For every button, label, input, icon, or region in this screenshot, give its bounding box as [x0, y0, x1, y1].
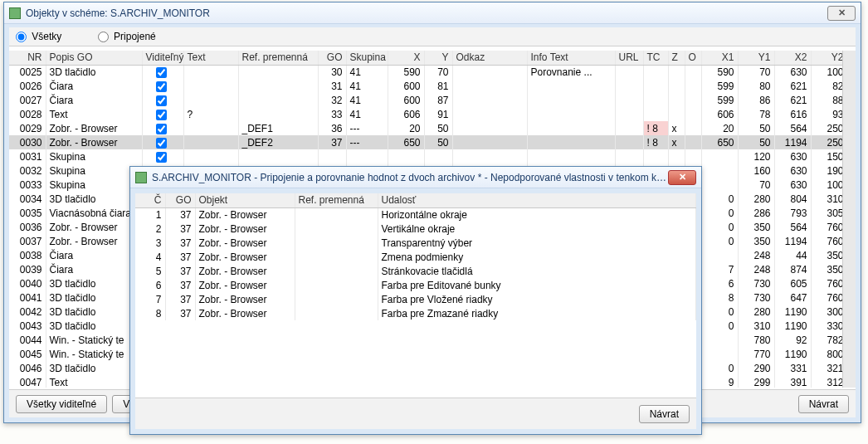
app-icon	[135, 172, 147, 183]
table-row[interactable]: 237Zobr. - BrowserVertikálne okraje	[135, 222, 696, 236]
col-header[interactable]: X2	[774, 51, 811, 65]
col-header[interactable]: Text	[183, 51, 238, 65]
col-header[interactable]: Udalosť	[378, 193, 696, 207]
col-header[interactable]: GO	[165, 193, 195, 207]
visibility-checkbox[interactable]	[156, 95, 167, 106]
table-row[interactable]: 0026Čiara3141600815998062182	[9, 79, 842, 93]
table-row[interactable]: 537Zobr. - BrowserStránkovacie tlačidlá	[135, 264, 696, 278]
col-header[interactable]: URL	[615, 51, 643, 65]
main-title: Objekty v schéme: S.ARCHIV_MONITOR	[26, 7, 827, 19]
filter-radios: Všetky Pripojené	[9, 27, 856, 46]
app-icon	[9, 7, 21, 19]
table-row[interactable]: 0031Skupina120630150	[9, 149, 842, 163]
back-button[interactable]: Návrat	[798, 395, 849, 413]
table-row[interactable]: 0030Zobr. - Browser_DEF237---65050! 8x65…	[9, 135, 842, 149]
table-row[interactable]: 637Zobr. - BrowserFarba pre Editované bu…	[135, 278, 696, 292]
col-header[interactable]: Y2	[811, 51, 842, 65]
table-row[interactable]: 337Zobr. - BrowserTransparentný výber	[135, 236, 696, 250]
table-row[interactable]: 0027Čiara3241600875998662188	[9, 93, 842, 107]
modal-window: S.ARCHIV_MONITOR - Pripojenie a porovnan…	[129, 166, 702, 435]
visibility-checkbox[interactable]	[156, 152, 167, 163]
col-header[interactable]: Popis GO	[46, 51, 142, 65]
col-header[interactable]: TC	[643, 51, 668, 65]
table-row[interactable]: 137Zobr. - BrowserHorizontálne okraje	[135, 207, 696, 222]
visibility-checkbox[interactable]	[156, 67, 167, 78]
all-visible-button[interactable]: Všetky viditeľné	[16, 395, 107, 413]
close-icon[interactable]: ✕	[827, 6, 856, 21]
table-row[interactable]: 837Zobr. - BrowserFarba pre Zmazané riad…	[135, 306, 696, 320]
col-header[interactable]: Skupina	[346, 51, 388, 65]
col-header[interactable]: O	[685, 51, 701, 65]
col-header[interactable]: X1	[701, 51, 738, 65]
modal-title: S.ARCHIV_MONITOR - Pripojenie a porovnan…	[152, 172, 668, 183]
visibility-checkbox[interactable]	[156, 110, 167, 120]
col-header[interactable]: Ref. premenná	[295, 193, 378, 207]
table-row[interactable]: 437Zobr. - BrowserZmena podmienky	[135, 250, 696, 264]
col-header[interactable]: Y1	[738, 51, 774, 65]
col-header[interactable]: Objekt	[195, 193, 295, 207]
visibility-checkbox[interactable]	[156, 124, 167, 134]
modal-content: ČGOObjektRef. premennáUdalosť 137Zobr. -…	[130, 188, 701, 434]
modal-buttons: Návrat	[135, 398, 696, 429]
col-header[interactable]: NR	[9, 51, 46, 65]
col-header[interactable]: Č	[135, 193, 165, 207]
main-titlebar[interactable]: Objekty v schéme: S.ARCHIV_MONITOR ✕	[4, 2, 861, 24]
table-row[interactable]: 737Zobr. - BrowserFarba pre Vložené riad…	[135, 292, 696, 306]
modal-grid[interactable]: ČGOObjektRef. premennáUdalosť 137Zobr. -…	[135, 193, 696, 396]
visibility-checkbox[interactable]	[156, 81, 167, 92]
modal-back-button[interactable]: Návrat	[639, 405, 690, 423]
radio-connected[interactable]: Pripojené	[98, 31, 156, 42]
col-header[interactable]: Z	[668, 51, 685, 65]
col-header[interactable]: Y	[424, 51, 452, 65]
scrollbar[interactable]	[842, 51, 856, 388]
col-header[interactable]: Odkaz	[452, 51, 527, 65]
col-header[interactable]: X	[388, 51, 424, 65]
col-header[interactable]: Info Text	[527, 51, 615, 65]
col-header[interactable]: Ref. premenná	[238, 51, 318, 65]
table-row[interactable]: 0029Zobr. - Browser_DEF136---2050! 8x205…	[9, 121, 842, 135]
modal-titlebar[interactable]: S.ARCHIV_MONITOR - Pripojenie a porovnan…	[130, 167, 701, 188]
table-row[interactable]: 0028Text?3341606916067861693	[9, 107, 842, 121]
col-header[interactable]: GO	[318, 51, 346, 65]
col-header[interactable]: Viditeľný	[142, 51, 183, 65]
table-row[interactable]: 00253D tlačidlo304159070Porovnanie ...59…	[9, 65, 842, 79]
radio-all[interactable]: Všetky	[16, 31, 61, 42]
visibility-checkbox[interactable]	[156, 138, 167, 149]
close-icon[interactable]: ✕	[668, 170, 696, 185]
